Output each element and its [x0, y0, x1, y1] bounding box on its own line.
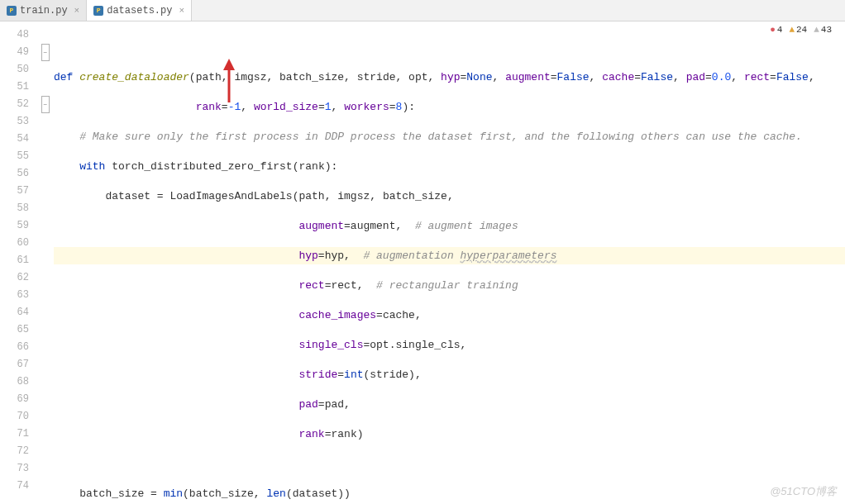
- tab-label: train.py: [20, 5, 68, 17]
- line-number: 66: [0, 339, 37, 356]
- line-number: 56: [0, 165, 37, 183]
- line-number: 63: [0, 287, 37, 304]
- tab-train[interactable]: P train.py ×: [0, 0, 87, 21]
- line-number: 54: [0, 131, 37, 148]
- python-icon: P: [93, 6, 103, 16]
- line-number: 62: [0, 269, 37, 287]
- line-number: 57: [0, 183, 37, 200]
- code-area[interactable]: def create_dataloader(path, imgsz, batch…: [54, 21, 845, 504]
- line-number: 70: [0, 408, 37, 426]
- close-icon[interactable]: ×: [179, 6, 184, 16]
- line-number: 59: [0, 217, 37, 235]
- line-number: 50: [0, 61, 37, 78]
- fold-column: −−: [37, 21, 54, 504]
- fold-toggle-icon[interactable]: −: [41, 96, 50, 113]
- line-number: 60: [0, 235, 37, 252]
- line-number: 52: [0, 96, 37, 113]
- line-number: 53: [0, 113, 37, 131]
- tab-bar: P train.py × P datasets.py ×: [0, 0, 845, 21]
- line-number: 71: [0, 426, 37, 443]
- line-number: 55: [0, 148, 37, 165]
- tab-datasets[interactable]: P datasets.py ×: [87, 0, 192, 21]
- line-number: 68: [0, 373, 37, 391]
- line-number: 65: [0, 321, 37, 339]
- line-number: 74: [0, 478, 37, 495]
- line-number: 48: [0, 26, 37, 44]
- line-number: 64: [0, 304, 37, 321]
- python-icon: P: [7, 6, 17, 16]
- line-number: 73: [0, 460, 37, 478]
- close-icon[interactable]: ×: [74, 6, 80, 16]
- line-number: 72: [0, 443, 37, 460]
- line-number: 58: [0, 200, 37, 217]
- line-number: 51: [0, 78, 37, 96]
- line-number: 69: [0, 391, 37, 408]
- editor: 4849505152535455565758596061626364656667…: [0, 21, 845, 504]
- line-number: 61: [0, 252, 37, 269]
- fold-toggle-icon[interactable]: −: [41, 44, 50, 61]
- tab-label: datasets.py: [107, 5, 172, 17]
- line-number: 67: [0, 356, 37, 373]
- line-number-gutter: 4849505152535455565758596061626364656667…: [0, 21, 37, 504]
- watermark: @51CTO博客: [770, 484, 837, 499]
- line-number: 49: [0, 44, 37, 61]
